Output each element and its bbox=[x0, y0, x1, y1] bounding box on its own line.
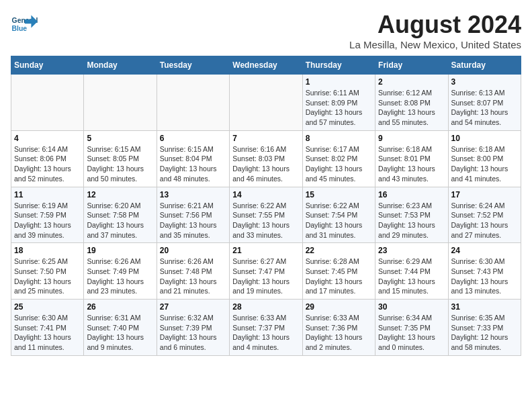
day-info: Sunrise: 6:20 AM Sunset: 7:58 PM Dayligh… bbox=[87, 201, 153, 240]
calendar-week: 18Sunrise: 6:25 AM Sunset: 7:50 PM Dayli… bbox=[11, 243, 521, 300]
calendar-cell: 19Sunrise: 6:26 AM Sunset: 7:49 PM Dayli… bbox=[84, 243, 157, 300]
calendar-cell: 17Sunrise: 6:24 AM Sunset: 7:52 PM Dayli… bbox=[448, 187, 521, 243]
calendar-cell: 2Sunrise: 6:12 AM Sunset: 8:08 PM Daylig… bbox=[375, 75, 448, 131]
weekday-header: Wednesday bbox=[230, 56, 302, 75]
weekday-header: Monday bbox=[84, 56, 157, 75]
day-info: Sunrise: 6:16 AM Sunset: 8:03 PM Dayligh… bbox=[232, 144, 299, 184]
calendar-body: 1Sunrise: 6:11 AM Sunset: 8:09 PM Daylig… bbox=[11, 75, 521, 356]
day-number: 12 bbox=[87, 190, 153, 199]
day-number: 4 bbox=[14, 134, 81, 143]
day-info: Sunrise: 6:19 AM Sunset: 7:59 PM Dayligh… bbox=[14, 201, 81, 240]
day-number: 8 bbox=[306, 134, 372, 143]
day-number: 16 bbox=[378, 190, 445, 199]
calendar-cell: 1Sunrise: 6:11 AM Sunset: 8:09 PM Daylig… bbox=[302, 75, 375, 131]
weekday-header: Thursday bbox=[302, 56, 375, 75]
day-info: Sunrise: 6:15 AM Sunset: 8:04 PM Dayligh… bbox=[160, 144, 226, 184]
day-info: Sunrise: 6:29 AM Sunset: 7:44 PM Dayligh… bbox=[378, 257, 445, 296]
day-info: Sunrise: 6:22 AM Sunset: 7:54 PM Dayligh… bbox=[306, 201, 372, 240]
calendar-cell: 26Sunrise: 6:31 AM Sunset: 7:40 PM Dayli… bbox=[84, 300, 157, 356]
page-header: General Blue August 2024 La Mesilla, New… bbox=[11, 11, 521, 50]
day-number: 6 bbox=[160, 134, 226, 143]
weekday-row: SundayMondayTuesdayWednesdayThursdayFrid… bbox=[11, 56, 521, 75]
day-number: 15 bbox=[306, 190, 372, 199]
day-number: 24 bbox=[451, 246, 518, 255]
day-info: Sunrise: 6:33 AM Sunset: 7:36 PM Dayligh… bbox=[306, 313, 372, 353]
day-number: 28 bbox=[232, 302, 299, 312]
weekday-header: Saturday bbox=[448, 56, 521, 75]
day-info: Sunrise: 6:26 AM Sunset: 7:49 PM Dayligh… bbox=[87, 257, 153, 296]
day-info: Sunrise: 6:11 AM Sunset: 8:09 PM Dayligh… bbox=[306, 88, 372, 128]
calendar-cell: 15Sunrise: 6:22 AM Sunset: 7:54 PM Dayli… bbox=[302, 187, 375, 243]
weekday-header: Friday bbox=[375, 56, 448, 75]
day-info: Sunrise: 6:34 AM Sunset: 7:35 PM Dayligh… bbox=[378, 313, 445, 353]
day-number: 29 bbox=[306, 302, 372, 312]
calendar-cell: 6Sunrise: 6:15 AM Sunset: 8:04 PM Daylig… bbox=[157, 130, 229, 187]
calendar-week: 11Sunrise: 6:19 AM Sunset: 7:59 PM Dayli… bbox=[11, 187, 521, 243]
page-title: August 2024 bbox=[349, 11, 521, 39]
day-info: Sunrise: 6:31 AM Sunset: 7:40 PM Dayligh… bbox=[87, 313, 153, 353]
day-number: 18 bbox=[14, 246, 81, 255]
calendar-cell: 28Sunrise: 6:33 AM Sunset: 7:37 PM Dayli… bbox=[230, 300, 302, 356]
calendar-cell bbox=[84, 75, 157, 131]
calendar-cell: 30Sunrise: 6:34 AM Sunset: 7:35 PM Dayli… bbox=[375, 300, 448, 356]
day-number: 2 bbox=[378, 77, 445, 87]
calendar-cell: 10Sunrise: 6:18 AM Sunset: 8:00 PM Dayli… bbox=[448, 130, 521, 187]
day-info: Sunrise: 6:17 AM Sunset: 8:02 PM Dayligh… bbox=[306, 144, 372, 184]
day-number: 10 bbox=[451, 134, 518, 143]
day-info: Sunrise: 6:35 AM Sunset: 7:33 PM Dayligh… bbox=[451, 313, 518, 353]
day-number: 11 bbox=[14, 190, 81, 199]
day-number: 3 bbox=[451, 77, 518, 87]
day-info: Sunrise: 6:26 AM Sunset: 7:48 PM Dayligh… bbox=[160, 257, 226, 296]
day-info: Sunrise: 6:15 AM Sunset: 8:05 PM Dayligh… bbox=[87, 144, 153, 184]
day-info: Sunrise: 6:18 AM Sunset: 8:00 PM Dayligh… bbox=[451, 144, 518, 184]
calendar-cell: 29Sunrise: 6:33 AM Sunset: 7:36 PM Dayli… bbox=[302, 300, 375, 356]
day-number: 27 bbox=[160, 302, 226, 312]
day-number: 7 bbox=[232, 134, 299, 143]
day-info: Sunrise: 6:21 AM Sunset: 7:56 PM Dayligh… bbox=[160, 201, 226, 240]
calendar-cell: 8Sunrise: 6:17 AM Sunset: 8:02 PM Daylig… bbox=[302, 130, 375, 187]
logo-icon: General Blue bbox=[11, 11, 38, 38]
day-number: 14 bbox=[232, 190, 299, 199]
day-number: 1 bbox=[306, 77, 372, 87]
calendar-cell: 25Sunrise: 6:30 AM Sunset: 7:41 PM Dayli… bbox=[11, 300, 84, 356]
calendar-cell: 24Sunrise: 6:30 AM Sunset: 7:43 PM Dayli… bbox=[448, 243, 521, 300]
day-number: 5 bbox=[87, 134, 153, 143]
calendar-cell: 22Sunrise: 6:28 AM Sunset: 7:45 PM Dayli… bbox=[302, 243, 375, 300]
svg-text:Blue: Blue bbox=[12, 25, 28, 32]
day-number: 30 bbox=[378, 302, 445, 312]
day-info: Sunrise: 6:14 AM Sunset: 8:06 PM Dayligh… bbox=[14, 144, 81, 184]
day-info: Sunrise: 6:13 AM Sunset: 8:07 PM Dayligh… bbox=[451, 88, 518, 128]
calendar-cell: 21Sunrise: 6:27 AM Sunset: 7:47 PM Dayli… bbox=[230, 243, 302, 300]
day-number: 13 bbox=[160, 190, 226, 199]
day-number: 20 bbox=[160, 246, 226, 255]
calendar-cell: 27Sunrise: 6:32 AM Sunset: 7:39 PM Dayli… bbox=[157, 300, 229, 356]
calendar-cell: 13Sunrise: 6:21 AM Sunset: 7:56 PM Dayli… bbox=[157, 187, 229, 243]
calendar-cell: 23Sunrise: 6:29 AM Sunset: 7:44 PM Dayli… bbox=[375, 243, 448, 300]
day-info: Sunrise: 6:30 AM Sunset: 7:43 PM Dayligh… bbox=[451, 257, 518, 296]
day-info: Sunrise: 6:30 AM Sunset: 7:41 PM Dayligh… bbox=[14, 313, 81, 353]
calendar-cell bbox=[157, 75, 229, 131]
calendar-week: 25Sunrise: 6:30 AM Sunset: 7:41 PM Dayli… bbox=[11, 300, 521, 356]
calendar-cell: 3Sunrise: 6:13 AM Sunset: 8:07 PM Daylig… bbox=[448, 75, 521, 131]
logo: General Blue bbox=[11, 11, 40, 38]
calendar-cell bbox=[11, 75, 84, 131]
day-info: Sunrise: 6:23 AM Sunset: 7:53 PM Dayligh… bbox=[378, 201, 445, 240]
day-info: Sunrise: 6:32 AM Sunset: 7:39 PM Dayligh… bbox=[160, 313, 226, 353]
day-info: Sunrise: 6:28 AM Sunset: 7:45 PM Dayligh… bbox=[306, 257, 372, 296]
day-info: Sunrise: 6:12 AM Sunset: 8:08 PM Dayligh… bbox=[378, 88, 445, 128]
page-subtitle: La Mesilla, New Mexico, United States bbox=[349, 39, 521, 50]
weekday-header: Tuesday bbox=[157, 56, 229, 75]
calendar-cell: 5Sunrise: 6:15 AM Sunset: 8:05 PM Daylig… bbox=[84, 130, 157, 187]
day-info: Sunrise: 6:25 AM Sunset: 7:50 PM Dayligh… bbox=[14, 257, 81, 296]
calendar-cell: 18Sunrise: 6:25 AM Sunset: 7:50 PM Dayli… bbox=[11, 243, 84, 300]
calendar-cell: 20Sunrise: 6:26 AM Sunset: 7:48 PM Dayli… bbox=[157, 243, 229, 300]
calendar-cell: 7Sunrise: 6:16 AM Sunset: 8:03 PM Daylig… bbox=[230, 130, 302, 187]
day-number: 21 bbox=[232, 246, 299, 255]
day-number: 26 bbox=[87, 302, 153, 312]
day-info: Sunrise: 6:18 AM Sunset: 8:01 PM Dayligh… bbox=[378, 144, 445, 184]
weekday-header: Sunday bbox=[11, 56, 84, 75]
calendar-cell: 16Sunrise: 6:23 AM Sunset: 7:53 PM Dayli… bbox=[375, 187, 448, 243]
day-info: Sunrise: 6:24 AM Sunset: 7:52 PM Dayligh… bbox=[451, 201, 518, 240]
day-number: 19 bbox=[87, 246, 153, 255]
day-number: 17 bbox=[451, 190, 518, 199]
